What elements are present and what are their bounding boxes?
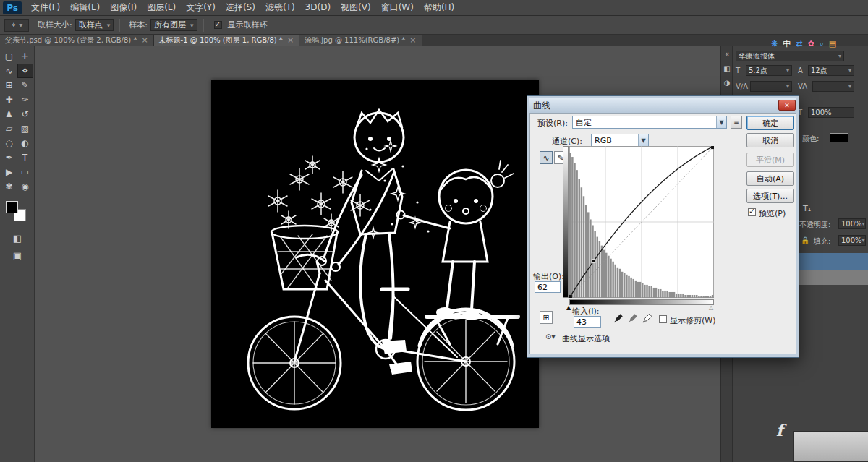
dock-icon-0[interactable]: « bbox=[721, 46, 733, 61]
output-field[interactable]: 62 bbox=[535, 281, 561, 293]
horizontal-scale-field[interactable]: 100% bbox=[808, 107, 854, 118]
document-tab-1[interactable]: 未标题-1 @ 100% (图层 1, RGB/8) *× bbox=[154, 35, 299, 46]
gray-point-eyedropper-icon[interactable] bbox=[627, 313, 638, 324]
healing-brush-tool[interactable]: ✚ bbox=[1, 93, 17, 107]
screen-mode-button[interactable]: ▣ bbox=[0, 250, 35, 261]
shape-tool[interactable]: ▭ bbox=[17, 165, 33, 179]
lasso-tool[interactable]: ∿ bbox=[1, 64, 17, 78]
foreground-color-swatch[interactable] bbox=[6, 201, 18, 213]
ok-button[interactable]: 确定 bbox=[746, 116, 794, 130]
document-tab-0[interactable]: 父亲节.psd @ 100% (背景 2, RGB/8) *× bbox=[0, 35, 154, 46]
ime-lang-icon[interactable]: 中 bbox=[783, 39, 791, 49]
curve-point-tool-button[interactable]: ∿ bbox=[540, 151, 553, 164]
close-icon[interactable]: ✕ bbox=[778, 100, 796, 111]
menu-item-5[interactable]: 选择(S) bbox=[221, 2, 260, 12]
ime-logo-icon[interactable]: ❋ bbox=[771, 39, 778, 49]
menu-item-3[interactable]: 图层(L) bbox=[142, 2, 181, 12]
disclosure-icon[interactable]: ⊙▾ bbox=[545, 333, 555, 341]
menu-item-1[interactable]: 编辑(E) bbox=[65, 2, 105, 12]
preview-checkbox[interactable] bbox=[748, 208, 756, 216]
document-tab-2[interactable]: 涂鸦.jpg @ 111%(RGB/8#) *× bbox=[299, 35, 422, 46]
black-point-eyedropper-icon[interactable] bbox=[613, 313, 624, 324]
menu-item-2[interactable]: 图像(I) bbox=[105, 2, 142, 12]
pen-tool[interactable]: ✒ bbox=[1, 150, 17, 165]
black-point-slider[interactable]: ▲ bbox=[566, 304, 571, 311]
document-canvas[interactable] bbox=[211, 80, 539, 428]
sample-size-dropdown[interactable]: 取样点▾ bbox=[75, 19, 114, 31]
input-field[interactable]: 43 bbox=[574, 316, 601, 328]
sample-layers-dropdown[interactable]: 所有图层▾ bbox=[150, 19, 197, 31]
tab-close-icon[interactable]: × bbox=[287, 37, 294, 44]
zoom-tool[interactable]: ◉ bbox=[17, 179, 33, 194]
chevron-down-icon: ▼ bbox=[638, 134, 648, 146]
tracking-icon: VA bbox=[798, 82, 807, 90]
tracking-dropdown[interactable]: ▾ bbox=[812, 81, 854, 92]
clone-stamp-tool[interactable]: ♟ bbox=[1, 107, 17, 121]
tool-options-bar: ✧▾ 取样大小: 取样点▾ 样本: 所有图层▾ 显示取样环 bbox=[0, 16, 868, 35]
eraser-tool[interactable]: ▱ bbox=[1, 121, 17, 136]
gradient-tool[interactable]: ▨ bbox=[17, 121, 33, 136]
menu-item-6[interactable]: 滤镜(T) bbox=[260, 2, 300, 12]
hand-tool[interactable]: ✾ bbox=[1, 179, 17, 194]
chevron-down-icon: ▾ bbox=[19, 21, 22, 29]
dock-icon-1[interactable]: ◧ bbox=[721, 61, 733, 75]
kerning-dropdown[interactable]: ▾ bbox=[750, 81, 792, 92]
eyedropper-tool[interactable]: ✧ bbox=[17, 64, 33, 78]
menu-item-8[interactable]: 视图(V) bbox=[336, 2, 376, 12]
options-button[interactable]: 选项(T)... bbox=[746, 189, 794, 203]
smooth-button[interactable]: 平滑(M) bbox=[746, 153, 794, 167]
dialog-body: 预设(R): 自定▼ ≡ 通道(C): RGB▼ ∿ ✎ ▲ △ 输出(O): … bbox=[529, 113, 796, 354]
menu-item-10[interactable]: 帮助(H) bbox=[419, 2, 459, 12]
channel-dropdown[interactable]: RGB▼ bbox=[591, 134, 649, 147]
ime-toolbox-icon[interactable]: ▤ bbox=[829, 39, 836, 49]
menu-item-7[interactable]: 3D(D) bbox=[300, 2, 336, 12]
type-tool[interactable]: T bbox=[17, 150, 33, 165]
crop-tool[interactable]: ⊞ bbox=[1, 78, 17, 93]
menu-item-4[interactable]: 文字(Y) bbox=[181, 2, 221, 12]
color-swatches bbox=[6, 201, 30, 226]
menu-item-9[interactable]: 窗口(W) bbox=[376, 2, 419, 12]
move-tool[interactable]: ✛ bbox=[17, 49, 33, 64]
show-sampling-ring-checkbox[interactable] bbox=[214, 21, 222, 29]
tab-close-icon[interactable]: × bbox=[409, 37, 416, 44]
marquee-tool[interactable]: ▢ bbox=[1, 49, 17, 64]
fill-field[interactable]: 100%▾ bbox=[838, 235, 866, 246]
curve-graph[interactable] bbox=[569, 146, 714, 298]
font-family-dropdown[interactable]: 华康海报体▾ bbox=[736, 51, 844, 61]
output-value: 62 bbox=[537, 283, 548, 292]
font-size-dropdown[interactable]: 5.2点▾ bbox=[746, 65, 792, 76]
ime-skin-icon[interactable]: ✿ bbox=[807, 39, 814, 49]
text-style-icon-5[interactable]: T₁ bbox=[803, 204, 811, 213]
grid-size-button[interactable]: ⊞ bbox=[540, 311, 553, 324]
photoshop-window: Ps 文件(F)编辑(E)图像(I)图层(L)文字(Y)选择(S)滤镜(T)3D… bbox=[0, 0, 868, 462]
show-clipping-checkbox[interactable] bbox=[659, 315, 667, 323]
cancel-button[interactable]: 取消 bbox=[746, 133, 794, 147]
blur-tool[interactable]: ◌ bbox=[1, 136, 17, 150]
opacity-field[interactable]: 100%▾ bbox=[838, 218, 866, 229]
tool-preset-picker[interactable]: ✧▾ bbox=[4, 19, 29, 32]
leading-dropdown[interactable]: 12点▾ bbox=[808, 65, 854, 76]
tab-close-icon[interactable]: × bbox=[141, 37, 148, 44]
tab-label: 父亲节.psd @ 100% (背景 2, RGB/8) * bbox=[5, 35, 137, 46]
white-point-eyedropper-icon[interactable] bbox=[642, 313, 652, 324]
ime-switch-icon[interactable]: ⇄ bbox=[796, 39, 802, 49]
history-brush-tool[interactable]: ↺ bbox=[17, 107, 33, 121]
dialog-titlebar[interactable]: 曲线 ✕ bbox=[529, 98, 796, 113]
quick-select-tool[interactable]: ✎ bbox=[17, 78, 33, 93]
layer-thumbnail[interactable] bbox=[793, 431, 868, 462]
dodge-tool[interactable]: ◐ bbox=[17, 136, 33, 150]
brush-tool[interactable]: ✑ bbox=[17, 93, 33, 107]
ime-search-icon[interactable]: ⌕ bbox=[820, 39, 824, 49]
dock-icon-2[interactable]: ◑ bbox=[721, 75, 733, 90]
quick-mask-button[interactable]: ◧ bbox=[0, 233, 35, 244]
preset-label: 预设(R): bbox=[537, 118, 568, 129]
lock-icon[interactable]: 🔒 bbox=[801, 236, 809, 244]
chevron-down-icon: ▾ bbox=[107, 22, 111, 29]
text-color-swatch[interactable] bbox=[830, 133, 848, 142]
preset-menu-button[interactable]: ≡ bbox=[731, 116, 742, 129]
menu-item-0[interactable]: 文件(F) bbox=[26, 2, 65, 12]
preset-dropdown[interactable]: 自定▼ bbox=[572, 116, 727, 129]
white-point-slider[interactable]: △ bbox=[709, 304, 713, 311]
path-select-tool[interactable]: ▶ bbox=[1, 165, 17, 179]
auto-button[interactable]: 自动(A) bbox=[746, 171, 794, 186]
